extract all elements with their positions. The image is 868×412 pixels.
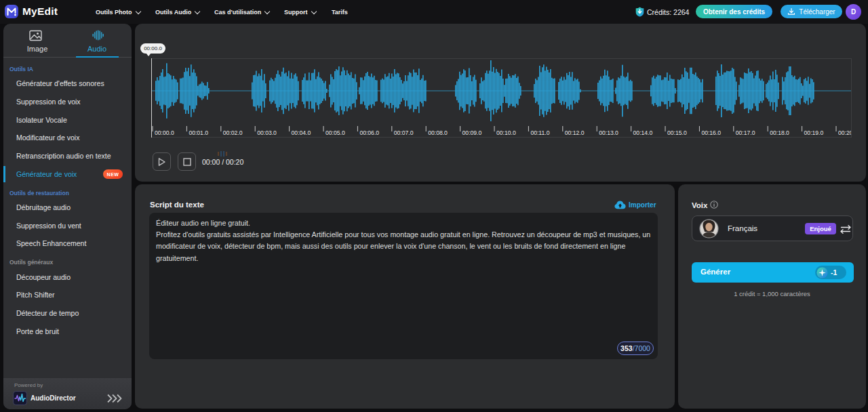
svg-text:00:10.0: 00:10.0: [496, 129, 516, 136]
svg-text:00:06.0: 00:06.0: [359, 129, 379, 136]
svg-text:00:01.0: 00:01.0: [189, 129, 208, 136]
svg-text:00:16.0: 00:16.0: [701, 129, 721, 136]
svg-text:00:19.0: 00:19.0: [804, 129, 824, 136]
svg-text:00:17.0: 00:17.0: [736, 129, 755, 136]
svg-text:00:00.0: 00:00.0: [155, 129, 174, 136]
svg-text:00:14.0: 00:14.0: [633, 129, 653, 136]
svg-text:00:02.0: 00:02.0: [223, 129, 243, 136]
svg-text:00:11.0: 00:11.0: [530, 129, 549, 136]
svg-text:00:05.0: 00:05.0: [326, 129, 345, 136]
svg-text:00:18.0: 00:18.0: [770, 129, 789, 136]
svg-text:00:04.0: 00:04.0: [292, 129, 311, 136]
svg-text:00:08.0: 00:08.0: [428, 129, 448, 136]
svg-text:00:20.: 00:20.: [838, 129, 851, 136]
svg-text:00:12.0: 00:12.0: [565, 129, 585, 136]
svg-text:00:07.0: 00:07.0: [394, 129, 414, 136]
svg-text:00:13.0: 00:13.0: [599, 129, 618, 136]
svg-text:00:03.0: 00:03.0: [257, 129, 277, 136]
svg-text:00:15.0: 00:15.0: [667, 129, 687, 136]
svg-text:00:09.0: 00:09.0: [462, 129, 482, 136]
